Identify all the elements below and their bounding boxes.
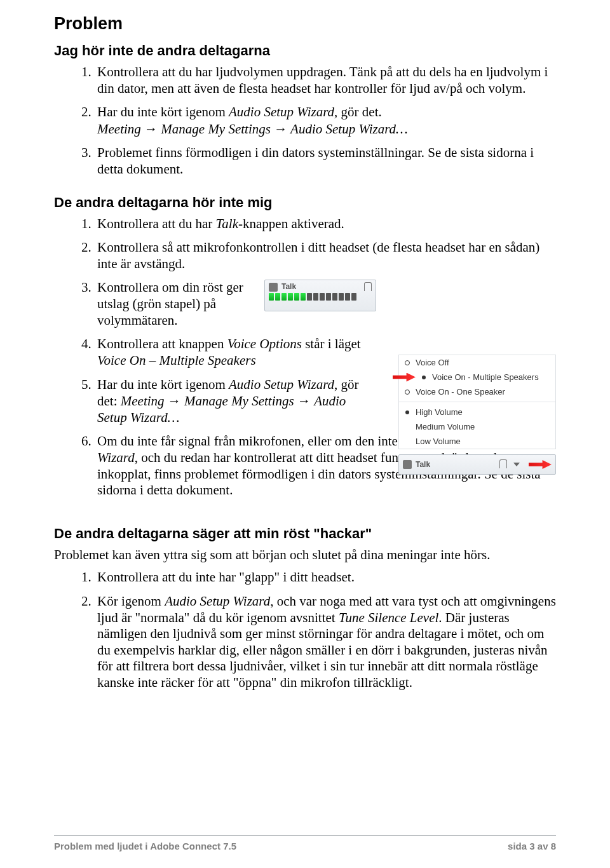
footer-rule xyxy=(54,835,556,836)
talk-label: Talk xyxy=(416,460,430,469)
text-italic: Manage My Settings xyxy=(181,393,297,409)
text: -knappen aktiverad. xyxy=(238,216,344,231)
radio-unselected-icon xyxy=(405,390,410,395)
voice-options-menu: Voice Off Voice On - Multiple Speakers V… xyxy=(398,355,556,449)
pointer-arrow-icon xyxy=(529,460,552,469)
text: Kör igenom xyxy=(97,593,165,609)
text-italic: Tune Silence Level xyxy=(339,610,438,625)
text: Kontrollera om din röst ger utslag (grön… xyxy=(97,280,253,329)
menu-item-voice-off[interactable]: Voice Off xyxy=(399,355,555,370)
menu-item-voice-on-one[interactable]: Voice On - One Speaker xyxy=(399,384,555,399)
talk-label: Talk xyxy=(281,282,296,292)
text: Kontrollera att du har xyxy=(97,216,216,231)
list-item: Har du inte kört igenom Audio Setup Wiza… xyxy=(95,104,556,137)
section1-list: Kontrollera att du har ljudvolymen uppdr… xyxy=(54,64,556,178)
menu-item-high-volume[interactable]: High Volume xyxy=(399,405,555,419)
menu-label: Medium Volume xyxy=(416,422,475,431)
text-italic: Audio Setup Wizard… xyxy=(287,121,408,137)
text: Kontrollera att knappen xyxy=(97,336,227,351)
chevron-down-icon xyxy=(513,463,520,466)
section3-intro: Problemet kan även yttra sig som att bör… xyxy=(54,547,556,564)
arrow-icon: → xyxy=(168,393,181,408)
radio-unselected-icon xyxy=(405,360,410,365)
talk-volume-widget[interactable]: Talk xyxy=(264,280,376,311)
text-italic: Meeting xyxy=(97,121,144,137)
section1-heading: Jag hör inte de andra deltagarna xyxy=(54,43,556,59)
menu-item-voice-on-multi[interactable]: Voice On - Multiple Speakers xyxy=(399,370,555,384)
text-italic: Audio Setup Wizard xyxy=(229,377,334,392)
text-italic: Meeting xyxy=(121,393,168,409)
list-item: Kontrollera om din röst ger utslag (grön… xyxy=(95,280,556,329)
arrow-icon: → xyxy=(144,121,158,136)
text-italic: Manage My Settings xyxy=(158,121,274,137)
page-footer: Problem med ljudet i Adobe Connect 7.5 s… xyxy=(54,835,556,851)
menu-label: Voice On - One Speaker xyxy=(416,387,505,397)
text: Har du inte kört igenom xyxy=(97,377,229,392)
section3-heading: De andra deltagarna säger att min röst "… xyxy=(54,526,556,542)
text-italic: Audio Setup Wizard xyxy=(229,104,334,119)
text: , gör det. xyxy=(334,104,382,119)
menu-item-medium-volume[interactable]: Medium Volume xyxy=(399,419,555,434)
microphone-icon xyxy=(403,460,412,469)
lock-icon xyxy=(499,459,507,468)
volume-meter xyxy=(265,293,376,303)
list-item: Har du inte kört igenom Audio Setup Wiza… xyxy=(95,377,370,426)
menu-label: Low Volume xyxy=(416,437,461,446)
section3-list: Kontrollera att du inte har "glapp" i di… xyxy=(54,569,556,691)
radio-selected-icon xyxy=(405,410,409,414)
text-italic: Voice On – Multiple Speakers xyxy=(97,353,256,368)
talk-toolbar[interactable]: Talk xyxy=(398,454,556,475)
list-item: Kontrollera att knappen Voice Options st… xyxy=(95,336,370,369)
page-title: Problem xyxy=(54,14,556,34)
arrow-icon: → xyxy=(297,393,311,408)
text: Har du inte kört igenom xyxy=(97,104,229,119)
list-item: Problemet finns förmodligen i din dators… xyxy=(95,145,556,177)
menu-label: Voice Off xyxy=(416,358,449,367)
arrow-icon: → xyxy=(274,121,287,136)
menu-separator xyxy=(399,402,555,402)
lock-icon xyxy=(364,282,372,291)
text: står i läget xyxy=(302,336,361,351)
menu-label: Voice On - Multiple Speakers xyxy=(432,372,539,382)
text-italic: Audio Setup Wizard xyxy=(165,593,270,609)
list-item: Kör igenom Audio Setup Wizard, och var n… xyxy=(95,593,556,691)
list-item: Kontrollera att du har Talk-knappen akti… xyxy=(95,216,556,233)
microphone-icon xyxy=(269,283,278,292)
menu-label: High Volume xyxy=(416,407,463,417)
text-italic: Voice Options xyxy=(227,336,302,351)
list-item: Kontrollera att du har ljudvolymen uppdr… xyxy=(95,64,556,97)
text-italic: Talk xyxy=(216,216,238,231)
list-item: Kontrollera så att mikrofonkontrollen i … xyxy=(95,240,556,272)
footer-left: Problem med ljudet i Adobe Connect 7.5 xyxy=(54,841,236,851)
footer-right: sida 3 av 8 xyxy=(508,841,556,851)
list-item: Kontrollera att du inte har "glapp" i di… xyxy=(95,569,556,586)
menu-item-low-volume[interactable]: Low Volume xyxy=(399,434,555,449)
radio-selected-icon xyxy=(422,376,426,379)
section2-heading: De andra deltagarna hör inte mig xyxy=(54,194,556,211)
